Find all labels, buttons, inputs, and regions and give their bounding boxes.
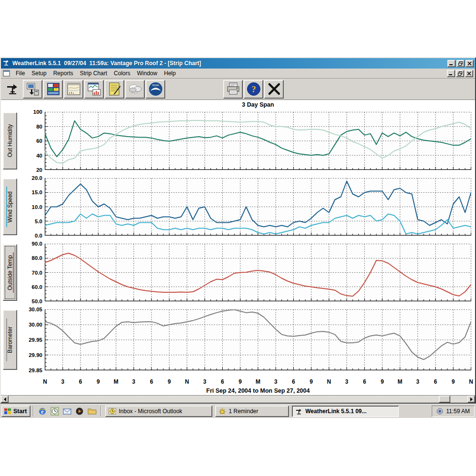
x-tick-label: 9	[381, 378, 384, 385]
x-tick-label: 6	[434, 378, 437, 385]
y-axis-wind-speed: 20.015.010.05.00.0	[18, 178, 45, 236]
taskbar-separator	[33, 406, 34, 416]
x-tick-label: M	[397, 378, 402, 385]
x-tick-label: N	[327, 378, 331, 385]
y-axis-barometer: 30.0530.0029.9529.9029.85	[18, 309, 45, 370]
x-tick-label: N	[185, 378, 189, 385]
panel-label-text: Out Humidity	[7, 124, 13, 157]
x-tick-label: 9	[168, 378, 171, 385]
mdi-document-icon	[3, 70, 10, 77]
x-tick-label: 3	[61, 378, 64, 385]
menu-reports[interactable]: Reports	[50, 69, 77, 78]
taskbar: Start e Inbox - Microsoft Outlook 1 Remi…	[0, 404, 476, 418]
y-tick-label: 90.0	[32, 241, 42, 247]
media-player-icon[interactable]	[74, 406, 85, 416]
y-tick-label: 15.0	[32, 189, 42, 195]
y-tick-label: 60.0	[32, 284, 42, 290]
system-tray: 11:59 AM	[432, 406, 475, 417]
y-tick-label: 60	[36, 138, 42, 144]
x-tick-label: M	[256, 378, 260, 385]
task-button-reminder[interactable]: 1 Reminder	[215, 406, 289, 417]
panel-label-barometer[interactable]: Barometer	[3, 310, 17, 370]
restore-button[interactable]	[456, 60, 465, 67]
notes-toolbar-button[interactable]	[105, 80, 124, 99]
series-color-bar	[13, 252, 14, 292]
x-tick-label: 6	[150, 378, 153, 385]
scrollbar-thumb[interactable]	[439, 396, 450, 403]
menu-file[interactable]: File	[12, 69, 28, 78]
x-tick-label: 6	[292, 378, 295, 385]
clock-icon[interactable]	[50, 406, 60, 416]
y-tick-label: 30.00	[29, 322, 42, 327]
x-tick-label: 6	[363, 378, 366, 385]
noaa-toolbar-button[interactable]: NOAA	[146, 80, 165, 99]
mdi-restore-button[interactable]	[456, 70, 464, 77]
folder-icon[interactable]	[87, 406, 97, 416]
y-tick-label: 30.05	[29, 307, 42, 312]
task-button-weatherlink[interactable]: WeatherLink 5.5.1 09...	[292, 406, 399, 417]
horizontal-scrollbar[interactable]	[1, 395, 475, 403]
x-tick-label: 9	[238, 378, 242, 385]
y-tick-label: 80.0	[32, 255, 42, 261]
close-button[interactable]	[466, 60, 474, 67]
panel-label-wind-speed[interactable]: Wind Speed	[3, 178, 17, 235]
x-axis-labels: N369M369N369M369N369M369N	[45, 378, 471, 386]
help-toolbar-button[interactable]: ?	[244, 80, 263, 99]
scroll-right-arrow-icon[interactable]	[467, 396, 475, 403]
titlebar: WeatherLink 5.5.1 09/27/04 11:59a: Vanta…	[1, 58, 475, 69]
menu-window[interactable]: Window	[134, 69, 161, 78]
menu-colors[interactable]: Colors	[110, 69, 134, 78]
menu-help[interactable]: Help	[160, 69, 179, 78]
y-tick-label: 50.0	[32, 298, 42, 304]
weathervane-toolbar-button[interactable]	[2, 80, 22, 99]
strip-chart-toolbar-button[interactable]	[84, 80, 104, 99]
bulletin-toolbar-button[interactable]	[43, 80, 63, 99]
taskbar-separator	[100, 406, 101, 416]
x-tick-label: 3	[132, 378, 136, 385]
reminder-bell-icon	[218, 407, 226, 415]
date-range-label: Fri Sep 24, 2004 to Mon Sep 27, 2004	[45, 387, 471, 394]
close-window-toolbar-button[interactable]	[264, 80, 284, 99]
y-axis-out-humidity: 10080604020	[18, 112, 45, 170]
start-label: Start	[13, 408, 27, 415]
y-tick-label: 0.0	[35, 233, 42, 238]
series-color-bar	[6, 187, 7, 227]
internet-explorer-icon[interactable]: e	[37, 406, 48, 416]
x-tick-label: 3	[416, 378, 419, 385]
task-button-outlook[interactable]: Inbox - Microsoft Outlook	[105, 406, 212, 417]
scroll-left-arrow-icon[interactable]	[1, 396, 9, 403]
menu-strip-chart[interactable]: Strip Chart	[77, 69, 110, 78]
panel-label-text: Outside Temp	[7, 255, 13, 290]
x-tick-label: 3	[203, 378, 207, 385]
chart-title: 3 Day Span	[45, 101, 471, 112]
start-button[interactable]: Start	[1, 406, 30, 417]
print-toolbar-button[interactable]	[223, 80, 243, 99]
summary-chart-toolbar-button[interactable]	[64, 80, 83, 99]
y-tick-label: 29.95	[29, 337, 42, 343]
x-tick-label: 9	[310, 378, 313, 385]
panel-label-out-humidity[interactable]: Out Humidity	[3, 112, 17, 169]
strip-chart-client: 3 Day Span Out Humidity10080604020Wind S…	[1, 99, 475, 395]
download-toolbar-button[interactable]	[23, 80, 42, 99]
mdi-minimize-button[interactable]	[447, 70, 455, 77]
panel-label-text: Wind Speed	[7, 191, 13, 222]
panel-wind-speed: Wind Speed20.015.010.05.00.0	[1, 178, 475, 236]
y-tick-label: 70.0	[32, 270, 42, 276]
x-tick-label: N	[43, 378, 47, 385]
plot-out-humidity	[45, 112, 471, 170]
y-tick-label: 20.0	[32, 175, 42, 181]
menubar: FileSetupReportsStrip ChartColorsWindowH…	[1, 69, 475, 79]
task-label: 1 Reminder	[228, 408, 258, 415]
weather-clouds-toolbar-button[interactable]	[125, 80, 145, 99]
panel-label-outside-temp[interactable]: Outside Temp	[3, 244, 17, 301]
menu-setup[interactable]: Setup	[28, 69, 50, 78]
mdi-close-button[interactable]	[465, 70, 473, 77]
y-tick-label: 29.85	[29, 367, 42, 373]
minimize-button[interactable]	[447, 60, 456, 67]
svg-text:NOAA: NOAA	[152, 84, 159, 87]
app-weathervane-icon	[2, 59, 10, 68]
outlook-express-icon[interactable]	[62, 406, 72, 416]
tray-status-icon[interactable]	[436, 408, 443, 415]
x-tick-label: 3	[345, 378, 348, 385]
y-tick-label: 40	[36, 153, 42, 159]
